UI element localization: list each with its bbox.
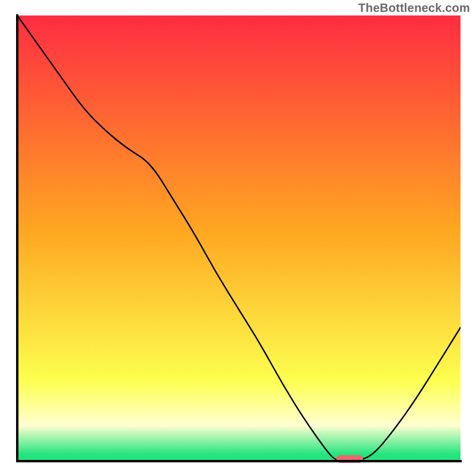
chart-container: { "watermark": "TheBottleneck.com", "col… [0, 0, 476, 476]
bottleneck-chart [0, 0, 476, 476]
heatmap-background [17, 15, 461, 461]
watermark-label: TheBottleneck.com [358, 1, 470, 15]
